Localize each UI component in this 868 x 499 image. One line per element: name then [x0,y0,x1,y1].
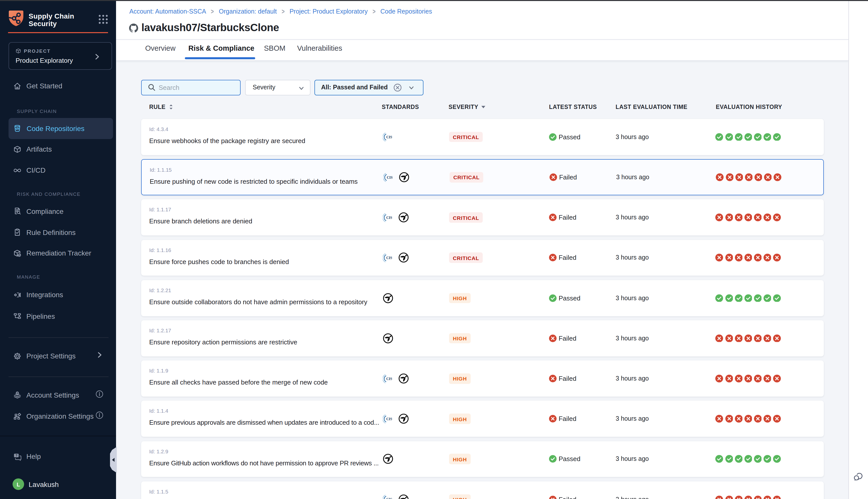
svg-text:CIS: CIS [386,216,392,220]
svg-text:CIS: CIS [386,135,392,139]
svg-text:CIS: CIS [386,377,392,381]
svg-text:CIS: CIS [386,498,392,499]
svg-text:CIS: CIS [386,256,392,260]
svg-text:CIS: CIS [386,417,392,421]
svg-text:CIS: CIS [387,176,393,180]
svg-text:?: ? [15,453,17,457]
